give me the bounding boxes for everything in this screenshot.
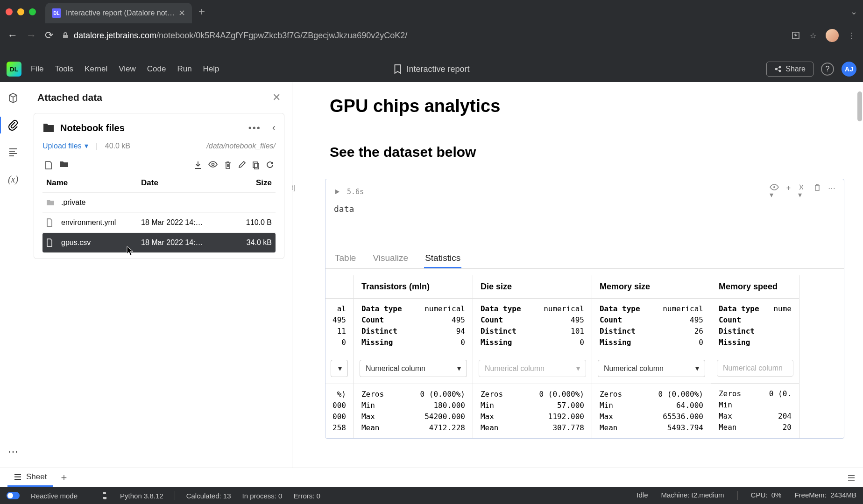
- statistics-output: al 495 11 0 ▾ %) 000 000 258: [325, 275, 844, 438]
- maximize-window-icon[interactable]: [29, 8, 36, 15]
- column-type-select[interactable]: Numerical column▾: [598, 360, 705, 377]
- delete-cell-icon[interactable]: [814, 184, 821, 199]
- file-size: 110.0 B: [225, 218, 272, 227]
- user-avatar[interactable]: AJ: [842, 62, 856, 77]
- app-body: (x) ⋯ Attached data ✕ Notebook files •••…: [0, 82, 863, 468]
- notebook-title[interactable]: Interactive report: [406, 64, 469, 74]
- menu-run[interactable]: Run: [177, 64, 191, 74]
- notebook-main[interactable]: GPU chips analytics See the dataset belo…: [292, 82, 863, 468]
- column-type-select[interactable]: ▾: [331, 360, 348, 377]
- sheet-menu-icon[interactable]: [847, 475, 856, 481]
- th-name[interactable]: Name: [46, 178, 141, 188]
- col-header: Die size: [473, 275, 592, 299]
- menu-tools[interactable]: Tools: [55, 64, 73, 74]
- add-sheet-button[interactable]: +: [61, 472, 67, 484]
- cell-index: [3]: [292, 183, 296, 191]
- visibility-icon[interactable]: ▾: [770, 184, 779, 199]
- upload-row: Upload files ▾ | 40.0 kB /data/notebook_…: [42, 141, 276, 150]
- rail-attach-icon[interactable]: [7, 119, 20, 132]
- back-button[interactable]: ←: [7, 29, 18, 42]
- profile-avatar[interactable]: [826, 29, 839, 42]
- new-folder-icon[interactable]: [59, 161, 69, 170]
- browser-menu-icon[interactable]: ⋮: [848, 31, 856, 40]
- cell-code[interactable]: data: [325, 204, 844, 221]
- panel-close-icon[interactable]: ✕: [272, 91, 281, 104]
- refresh-icon[interactable]: [266, 161, 274, 169]
- col-header: Memory speed: [711, 275, 799, 299]
- install-app-icon[interactable]: [791, 31, 800, 40]
- file-name: environment.yml: [61, 218, 141, 227]
- chevron-down-icon: ▾: [695, 364, 699, 373]
- menu-kernel[interactable]: Kernel: [85, 64, 107, 74]
- th-size[interactable]: Size: [225, 178, 272, 188]
- sheet-tab[interactable]: Sheet: [7, 469, 53, 487]
- tab-statistics[interactable]: Statistics: [424, 249, 461, 268]
- new-tab-button[interactable]: +: [198, 5, 205, 18]
- menu-help[interactable]: Help: [203, 64, 219, 74]
- preview-icon[interactable]: [208, 161, 218, 169]
- tab-visualize[interactable]: Visualize: [372, 249, 409, 268]
- th-date[interactable]: Date: [141, 178, 225, 188]
- datalore-logo[interactable]: DL: [7, 62, 21, 77]
- file-row-gpus[interactable]: gpus.csv 18 Mar 2022 14:… 34.0 kB: [42, 233, 276, 253]
- new-file-icon[interactable]: [44, 161, 53, 170]
- files-card-header: Notebook files ••• ‹: [42, 122, 276, 134]
- file-row-private[interactable]: .private: [42, 193, 276, 213]
- reload-button[interactable]: ⟳: [45, 29, 53, 42]
- add-cell-icon[interactable]: +: [786, 184, 791, 199]
- doc-subtitle: See the dataset below: [330, 144, 863, 160]
- panel-header: Attached data ✕: [26, 82, 292, 108]
- chevron-down-icon: ▾: [576, 364, 580, 373]
- menu-code[interactable]: Code: [147, 64, 166, 74]
- rail-more-icon[interactable]: ⋯: [7, 445, 20, 458]
- download-icon[interactable]: [194, 161, 202, 169]
- edit-icon[interactable]: [238, 161, 246, 169]
- minimize-window-icon[interactable]: [17, 8, 24, 15]
- bookmark-outline-icon[interactable]: [393, 64, 402, 74]
- tab-table[interactable]: Table: [334, 249, 357, 268]
- files-more-icon[interactable]: •••: [248, 123, 261, 133]
- status-errors: Errors: 0: [293, 492, 320, 500]
- url-text: datalore.jetbrains.com/notebook/0k5R4AZg…: [74, 31, 407, 41]
- url-bar[interactable]: datalore.jetbrains.com/notebook/0k5R4AZg…: [62, 31, 783, 41]
- notebook-title-area: Interactive report: [393, 64, 469, 74]
- cell-more-icon[interactable]: ⋯: [828, 184, 835, 199]
- file-row-env[interactable]: environment.yml 18 Mar 2022 14:… 110.0 B: [42, 213, 276, 233]
- status-python[interactable]: Python 3.8.12: [120, 492, 163, 500]
- copy-icon[interactable]: [252, 161, 260, 169]
- share-label: Share: [785, 65, 806, 73]
- delete-icon[interactable]: [224, 161, 232, 169]
- upload-files-button[interactable]: Upload files ▾: [42, 141, 88, 150]
- files-collapse-icon[interactable]: ‹: [272, 122, 276, 134]
- main-menu: File Tools Kernel View Code Run Help: [31, 64, 219, 74]
- rail-toc-icon[interactable]: [7, 146, 20, 159]
- scrollbar-thumb[interactable]: [857, 91, 862, 121]
- menu-view[interactable]: View: [119, 64, 136, 74]
- output-tabs: Table Visualize Statistics: [325, 249, 844, 269]
- rail-cube-icon[interactable]: [7, 91, 20, 105]
- forward-button[interactable]: →: [26, 29, 36, 42]
- status-right: Idle Machine: t2.medium CPU: 0% FreeMem:…: [637, 491, 856, 500]
- code-cell[interactable]: 5.6s ▾ + ▾ ⋯ data Table Visualize Statis…: [325, 179, 844, 439]
- column-type-select[interactable]: Numerical column: [717, 360, 793, 377]
- share-button[interactable]: Share: [766, 62, 813, 77]
- help-button[interactable]: ?: [821, 63, 834, 76]
- menu-file[interactable]: File: [31, 64, 43, 74]
- tabs-dropdown-icon[interactable]: ⌄: [850, 7, 857, 17]
- browser-right-icons: ☆ ⋮: [791, 29, 856, 42]
- column-type-select[interactable]: Numerical column▾: [360, 360, 467, 377]
- lock-icon: [62, 32, 69, 39]
- cell-type-icon[interactable]: ▾: [798, 184, 806, 199]
- run-cell-icon[interactable]: [334, 189, 340, 195]
- column-type-select[interactable]: Numerical column▾: [479, 360, 586, 377]
- header-right: Share ? AJ: [766, 62, 856, 77]
- stats-col-memorysize: Memory size Data typenumerical Count495 …: [592, 275, 711, 438]
- browser-tab[interactable]: DL Interactive report (Datalore not… ✕: [45, 3, 192, 23]
- close-tab-icon[interactable]: ✕: [178, 8, 185, 18]
- chevron-down-icon: ▾: [85, 141, 88, 150]
- rail-variables-icon[interactable]: (x): [7, 173, 20, 186]
- status-machine[interactable]: Machine: t2.medium: [661, 491, 724, 500]
- bookmark-icon[interactable]: ☆: [810, 31, 816, 40]
- close-window-icon[interactable]: [6, 8, 13, 15]
- reactive-mode-toggle[interactable]: [7, 492, 20, 499]
